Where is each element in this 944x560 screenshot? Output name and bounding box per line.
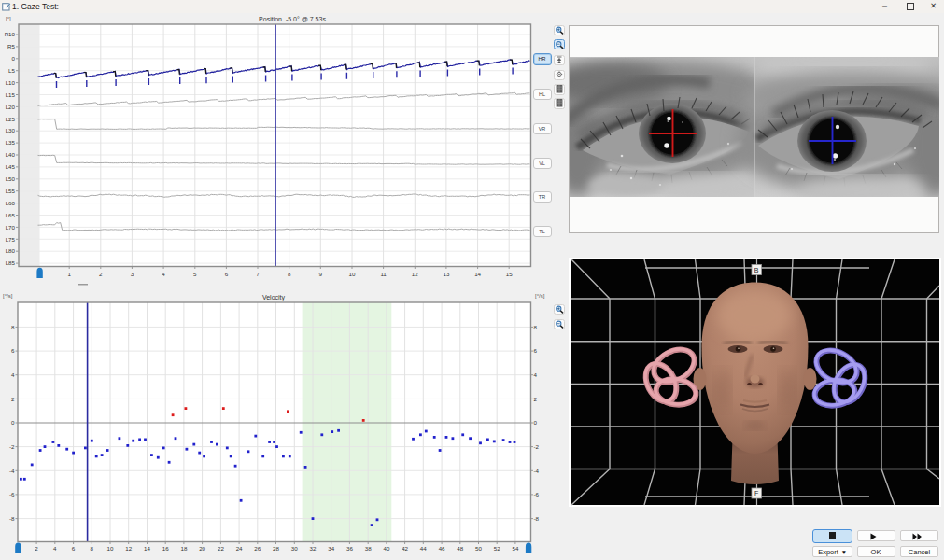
svg-text:2: 2	[35, 545, 38, 552]
svg-text:4: 4	[11, 371, 15, 378]
svg-text:R5: R5	[7, 43, 15, 49]
svg-text:-6: -6	[9, 491, 15, 497]
svg-text:L20: L20	[6, 104, 16, 110]
svg-text:24: 24	[236, 545, 243, 552]
svg-text:14: 14	[144, 545, 150, 552]
svg-text:36: 36	[346, 545, 353, 552]
svg-text:L85: L85	[6, 259, 16, 266]
svg-text:15: 15	[506, 271, 513, 277]
svg-text:5: 5	[193, 271, 197, 277]
svg-text:L30: L30	[6, 127, 16, 133]
svg-text:8: 8	[288, 271, 291, 277]
svg-text:12: 12	[125, 545, 132, 552]
svg-text:20: 20	[199, 545, 205, 552]
svg-text:32: 32	[310, 545, 317, 552]
svg-text:F: F	[754, 490, 758, 497]
svg-text:-8: -8	[9, 515, 15, 522]
svg-text:18: 18	[180, 545, 187, 552]
svg-text:[°]: [°]	[6, 16, 11, 21]
svg-text:50: 50	[475, 545, 482, 552]
svg-text:9: 9	[319, 271, 323, 277]
svg-text:L75: L75	[6, 236, 16, 243]
svg-text:8: 8	[11, 324, 15, 330]
svg-text:-4: -4	[534, 468, 540, 474]
svg-text:2: 2	[11, 396, 15, 402]
svg-text:10: 10	[107, 545, 114, 552]
svg-text:42: 42	[402, 545, 408, 552]
svg-text:L50: L50	[6, 175, 16, 182]
svg-text:L10: L10	[6, 79, 16, 86]
svg-text:22: 22	[218, 545, 224, 552]
svg-text:Velocity: Velocity	[262, 294, 286, 301]
svg-text:26: 26	[254, 545, 261, 552]
svg-text:4: 4	[534, 371, 538, 378]
svg-text:54: 54	[512, 545, 518, 552]
svg-text:L15: L15	[6, 91, 16, 98]
svg-text:4: 4	[53, 545, 57, 552]
svg-text:38: 38	[365, 545, 372, 552]
svg-text:0: 0	[12, 55, 16, 62]
svg-text:40: 40	[383, 545, 389, 552]
svg-text:3: 3	[131, 271, 134, 277]
svg-text:L70: L70	[6, 224, 16, 231]
svg-text:52: 52	[494, 545, 500, 552]
svg-text:8: 8	[91, 545, 94, 552]
svg-text:1: 1	[67, 271, 71, 277]
svg-text:11: 11	[380, 271, 387, 277]
svg-text:-2: -2	[9, 443, 15, 450]
svg-text:Position -5.0° @ 7.53s: Position -5.0° @ 7.53s	[259, 16, 326, 22]
svg-text:2: 2	[99, 271, 103, 277]
svg-text:-6: -6	[534, 491, 540, 497]
svg-text:[°/s]: [°/s]	[535, 293, 545, 299]
svg-text:44: 44	[420, 545, 427, 552]
svg-text:B: B	[754, 266, 758, 273]
svg-text:R10: R10	[5, 31, 16, 37]
svg-text:L35: L35	[6, 139, 16, 146]
svg-text:6: 6	[225, 271, 229, 277]
svg-text:34: 34	[328, 545, 334, 552]
svg-text:L65: L65	[6, 212, 16, 218]
svg-text:0: 0	[534, 419, 538, 426]
svg-text:6: 6	[534, 347, 538, 354]
svg-text:6: 6	[72, 545, 76, 552]
svg-text:6: 6	[11, 347, 15, 354]
svg-text:13: 13	[443, 271, 449, 277]
svg-text:14: 14	[474, 271, 481, 277]
svg-text:8: 8	[534, 324, 538, 330]
svg-text:30: 30	[291, 545, 298, 552]
svg-text:-2: -2	[534, 443, 540, 450]
svg-text:-4: -4	[9, 468, 15, 474]
svg-text:0: 0	[11, 419, 15, 426]
svg-text:-8: -8	[534, 515, 540, 522]
svg-text:L45: L45	[6, 163, 16, 170]
svg-text:28: 28	[273, 545, 279, 552]
svg-text:12: 12	[412, 271, 418, 277]
svg-text:10: 10	[349, 271, 356, 277]
svg-text:46: 46	[439, 545, 445, 552]
svg-text:[°/s]: [°/s]	[3, 293, 13, 299]
svg-text:48: 48	[457, 545, 463, 552]
svg-text:L80: L80	[6, 247, 16, 254]
svg-text:L60: L60	[6, 200, 16, 206]
svg-text:7: 7	[256, 271, 260, 277]
svg-text:L5: L5	[8, 67, 15, 74]
svg-text:L25: L25	[6, 116, 16, 122]
svg-text:2: 2	[534, 396, 538, 402]
svg-text:L40: L40	[6, 151, 16, 158]
svg-text:16: 16	[162, 545, 169, 552]
svg-text:L55: L55	[6, 188, 16, 194]
svg-text:4: 4	[162, 271, 165, 277]
